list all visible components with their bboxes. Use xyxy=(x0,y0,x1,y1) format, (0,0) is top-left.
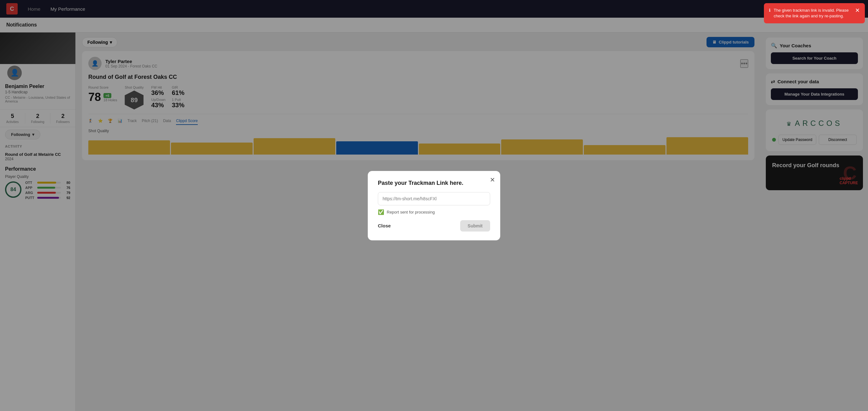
error-toast-message: The given trackman link is invalid. Plea… xyxy=(774,7,852,19)
error-toast-close-button[interactable]: ✕ xyxy=(855,7,860,13)
error-toast-icon: ℹ xyxy=(769,7,771,13)
modal-success-message: ✅ Report sent for processing xyxy=(378,209,490,215)
modal-close-x-button[interactable]: ✕ xyxy=(490,176,495,184)
modal-overlay: ✕ Paste your Trackman Link here. ✅ Repor… xyxy=(0,0,868,411)
success-text: Report sent for processing xyxy=(387,210,435,215)
modal-close-button[interactable]: Close xyxy=(378,223,391,228)
modal-submit-button[interactable]: Submit xyxy=(460,220,490,231)
trackman-modal: ✕ Paste your Trackman Link here. ✅ Repor… xyxy=(368,171,500,240)
modal-actions: Close Submit xyxy=(378,220,490,231)
success-checkmark-icon: ✅ xyxy=(378,209,384,215)
modal-title: Paste your Trackman Link here. xyxy=(378,180,490,186)
error-toast: ℹ The given trackman link is invalid. Pl… xyxy=(764,3,865,23)
trackman-link-input[interactable] xyxy=(378,192,490,205)
